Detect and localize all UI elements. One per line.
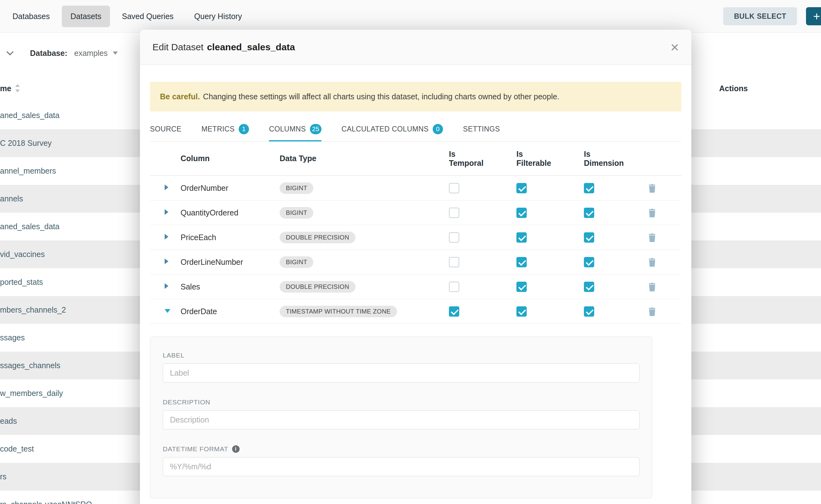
datetime-format-input[interactable] xyxy=(163,457,640,476)
database-filter-value[interactable]: examples xyxy=(74,49,108,58)
is-temporal-checkbox[interactable] xyxy=(449,183,459,193)
col-header-is-temporal: Is Temporal xyxy=(420,150,488,168)
column-name: OrderDate xyxy=(180,307,279,316)
dataset-link[interactable]: annel_members xyxy=(0,166,56,175)
is-filterable-checkbox[interactable] xyxy=(517,306,527,317)
tab-columns[interactable]: COLUMNS 25 xyxy=(269,124,321,141)
column-name: OrderNumber xyxy=(180,184,279,193)
data-type-pill: TIMESTAMP WITHOUT TIME ZONE xyxy=(279,306,397,317)
label-input[interactable] xyxy=(163,363,640,383)
delete-icon[interactable] xyxy=(648,282,656,291)
is-dimension-checkbox[interactable] xyxy=(584,257,594,267)
dataset-link[interactable]: aned_sales_data xyxy=(0,222,59,231)
nav-tab-datasets[interactable]: Datasets xyxy=(62,6,110,27)
dataset-link[interactable]: rs_channels-uzooNNtSRO xyxy=(0,500,92,504)
add-dataset-button[interactable]: + xyxy=(806,7,821,25)
nav-tab-databases[interactable]: Databases xyxy=(4,6,59,27)
warning-banner: Be careful. Changing these settings will… xyxy=(150,82,681,111)
description-input[interactable] xyxy=(163,410,640,429)
dataset-link[interactable]: ssages xyxy=(0,333,25,342)
is-dimension-checkbox[interactable] xyxy=(584,306,594,317)
dataset-link[interactable]: code_test xyxy=(0,444,34,453)
dataset-link[interactable]: annels xyxy=(0,194,23,203)
modal-dataset-name: cleaned_sales_data xyxy=(207,42,295,52)
tab-calculated-columns[interactable]: CALCULATED COLUMNS 0 xyxy=(341,124,443,141)
info-icon[interactable]: i xyxy=(232,445,240,453)
is-filterable-checkbox[interactable] xyxy=(517,282,527,292)
dataset-link[interactable]: mbers_channels_2 xyxy=(0,305,66,314)
is-dimension-checkbox[interactable] xyxy=(584,183,594,193)
column-row: OrderNumber BIGINT xyxy=(150,176,681,200)
col-header-column: Column xyxy=(180,154,279,163)
column-editor-panel: LABEL DESCRIPTION DATETIME FORMAT i xyxy=(150,337,652,498)
nav-tabs: Databases Datasets Saved Queries Query H… xyxy=(0,6,250,27)
is-dimension-checkbox[interactable] xyxy=(584,282,594,292)
tab-settings[interactable]: SETTINGS xyxy=(463,124,500,141)
is-dimension-checkbox[interactable] xyxy=(584,208,594,218)
caret-down-icon[interactable] xyxy=(113,52,118,55)
expand-caret-icon[interactable] xyxy=(165,185,168,190)
sort-icon[interactable] xyxy=(14,84,21,92)
data-type-pill: BIGINT xyxy=(279,207,313,219)
dataset-link[interactable]: aned_sales_data xyxy=(0,111,59,120)
tab-count-badge: 25 xyxy=(310,124,321,134)
top-navigation: Databases Datasets Saved Queries Query H… xyxy=(0,0,821,33)
name-column-header: me xyxy=(0,84,11,93)
label-field-label: LABEL xyxy=(163,352,640,359)
modal-header: Edit Dataset cleaned_sales_data × xyxy=(140,30,691,65)
col-header-data-type: Data Type xyxy=(279,154,420,163)
dataset-link[interactable]: rs xyxy=(0,472,7,481)
is-temporal-checkbox[interactable] xyxy=(449,232,459,243)
expand-caret-icon[interactable] xyxy=(165,209,168,215)
tab-label: SOURCE xyxy=(150,125,181,133)
delete-icon[interactable] xyxy=(648,233,656,242)
nav-actions: BULK SELECT + xyxy=(723,7,821,25)
data-type-pill: DOUBLE PRECISION xyxy=(279,232,355,243)
dataset-link[interactable]: eads xyxy=(0,417,17,426)
warning-text: Changing these settings will affect all … xyxy=(203,92,560,101)
delete-icon[interactable] xyxy=(648,258,656,267)
expand-caret-icon[interactable] xyxy=(165,234,168,240)
tab-count-badge: 1 xyxy=(239,124,249,134)
dataset-link[interactable]: ported_stats xyxy=(0,278,43,287)
is-temporal-checkbox[interactable] xyxy=(449,282,459,292)
column-name: PriceEach xyxy=(180,233,279,242)
modal-title: Edit Dataset cleaned_sales_data xyxy=(152,42,295,52)
is-dimension-checkbox[interactable] xyxy=(584,232,594,243)
tab-source[interactable]: SOURCE xyxy=(150,124,181,141)
tab-metrics[interactable]: METRICS 1 xyxy=(201,124,249,141)
is-filterable-checkbox[interactable] xyxy=(517,183,527,193)
column-row: QuantityOrdered BIGINT xyxy=(150,200,681,225)
close-icon[interactable]: × xyxy=(670,40,679,54)
collapse-caret-icon[interactable] xyxy=(165,309,170,313)
expand-caret-icon[interactable] xyxy=(165,259,168,264)
is-temporal-checkbox[interactable] xyxy=(449,208,459,218)
data-type-pill: BIGINT xyxy=(279,256,313,268)
nav-tab-saved-queries[interactable]: Saved Queries xyxy=(113,6,182,27)
is-temporal-checkbox[interactable] xyxy=(449,257,459,267)
dataset-link[interactable]: w_members_daily xyxy=(0,389,63,398)
edit-dataset-modal: Edit Dataset cleaned_sales_data × Be car… xyxy=(140,30,691,504)
delete-icon[interactable] xyxy=(648,184,656,193)
tab-label: COLUMNS xyxy=(269,125,306,133)
dataset-link[interactable]: ssages_channels xyxy=(0,361,60,370)
delete-icon[interactable] xyxy=(648,208,656,217)
bulk-select-button[interactable]: BULK SELECT xyxy=(723,7,797,25)
chevron-down-icon[interactable] xyxy=(7,48,14,56)
is-temporal-checkbox[interactable] xyxy=(449,306,459,317)
is-filterable-checkbox[interactable] xyxy=(517,257,527,267)
delete-icon[interactable] xyxy=(648,307,656,316)
modal-body: Be careful. Changing these settings will… xyxy=(140,82,691,498)
dataset-link[interactable]: vid_vaccines xyxy=(0,250,45,259)
datetime-format-label-text: DATETIME FORMAT xyxy=(163,445,228,453)
nav-tab-query-history[interactable]: Query History xyxy=(185,6,251,27)
modal-title-prefix: Edit Dataset xyxy=(152,42,203,52)
dataset-link[interactable]: C 2018 Survey xyxy=(0,139,52,148)
tab-count-badge: 0 xyxy=(433,124,443,134)
description-field: DESCRIPTION xyxy=(163,398,640,429)
data-type-pill: BIGINT xyxy=(279,182,313,194)
expand-caret-icon[interactable] xyxy=(165,283,168,289)
is-filterable-checkbox[interactable] xyxy=(517,208,527,218)
column-name: OrderLineNumber xyxy=(180,258,279,267)
is-filterable-checkbox[interactable] xyxy=(517,232,527,243)
